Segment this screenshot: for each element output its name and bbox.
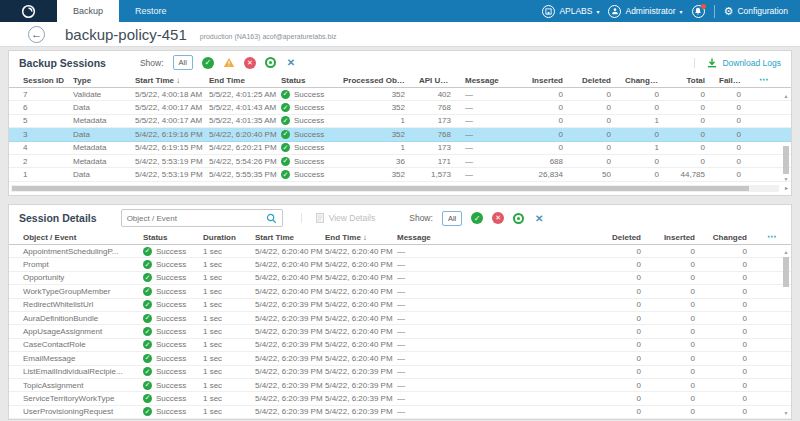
session-detail-row[interactable]: CaseContactRole ✓ Success 1 sec 5/4/22, …: [9, 339, 791, 352]
filter-cancelled-icon[interactable]: ✕: [533, 212, 545, 224]
filter-cancelled-icon[interactable]: ✕: [285, 57, 297, 69]
failed-cell: 0: [719, 90, 755, 99]
session-detail-row[interactable]: AppUsageAssignment ✓ Success 1 sec 5/4/2…: [9, 325, 791, 338]
app-logo[interactable]: [0, 0, 57, 22]
session-detail-row[interactable]: ListEmailIndividualRecipie... ✓ Success …: [9, 366, 791, 379]
object-event-cell: EmailMessage: [23, 354, 143, 363]
session-detail-row[interactable]: AuraDefinitionBundle ✓ Success 1 sec 5/4…: [9, 312, 791, 325]
org-selector[interactable]: APLABS ▾: [542, 5, 599, 18]
sessions-vertical-scrollbar[interactable]: ▲ ▼: [782, 93, 790, 182]
object-event-cell: WorkTypeGroupMember: [23, 287, 143, 296]
status-text: Success: [294, 130, 324, 139]
scroll-down-icon[interactable]: ▼: [784, 410, 789, 416]
status-cell: ✓ Success: [281, 170, 343, 179]
tab-restore[interactable]: Restore: [119, 0, 183, 22]
col-message[interactable]: Message: [397, 233, 601, 242]
type-cell: Metadata: [73, 116, 135, 125]
back-button[interactable]: ←: [28, 26, 45, 43]
col-object-event[interactable]: Object / Event: [23, 233, 143, 242]
backup-session-row[interactable]: 2 Metadata 5/4/22, 5:53:19 PM 5/4/22, 5:…: [9, 155, 791, 168]
session-detail-row[interactable]: ServiceTerritoryWorkType ✓ Success 1 sec…: [9, 392, 791, 405]
type-cell: Metadata: [73, 157, 135, 166]
session-detail-row[interactable]: Prompt ✓ Success 1 sec 5/4/22, 6:20:40 P…: [9, 258, 791, 271]
backup-session-row[interactable]: 6 Data 5/5/22, 4:00:17 AM 5/5/22, 4:01:4…: [9, 101, 791, 114]
col-duration[interactable]: Duration: [203, 233, 255, 242]
search-input[interactable]: [127, 214, 266, 223]
col-end-time[interactable]: End Time: [209, 76, 281, 85]
scroll-right-icon[interactable]: ▸: [785, 185, 788, 192]
col-inserted[interactable]: Inserted: [655, 233, 709, 242]
changed-cell: 0: [709, 340, 761, 349]
scroll-down-icon[interactable]: ▼: [784, 176, 789, 182]
filter-all-button[interactable]: All: [442, 211, 462, 226]
duration-cell: 1 sec: [203, 340, 255, 349]
topbar-divider: [714, 5, 715, 18]
backup-session-row[interactable]: 1 Data 5/4/22, 5:53:19 PM 5/4/22, 5:55:3…: [9, 168, 791, 181]
filter-error-icon[interactable]: ✕: [244, 57, 256, 69]
col-status[interactable]: Status: [143, 233, 203, 242]
backup-session-row[interactable]: 3 Data 5/4/22, 6:19:16 PM 5/4/22, 6:20:4…: [9, 128, 791, 141]
download-logs-button[interactable]: Download Logs: [694, 58, 781, 68]
message-cell: —: [397, 381, 601, 390]
status-text: Success: [156, 354, 186, 363]
session-detail-row[interactable]: WorkTypeGroupMember ✓ Success 1 sec 5/4/…: [9, 285, 791, 298]
session-detail-row[interactable]: TopicAssignment ✓ Success 1 sec 5/4/22, …: [9, 379, 791, 392]
status-cell: ✓ Success: [143, 381, 203, 390]
sessions-hscroll-thumb[interactable]: [12, 186, 749, 191]
filter-error-icon[interactable]: ✕: [492, 212, 504, 224]
col-start-time[interactable]: Start Time: [255, 233, 325, 242]
object-event-cell: TopicAssignment: [23, 381, 143, 390]
col-type[interactable]: Type: [73, 76, 135, 85]
col-total[interactable]: Total: [673, 76, 719, 85]
scroll-up-icon[interactable]: ▲: [784, 249, 789, 255]
success-icon: ✓: [281, 130, 290, 139]
col-failed[interactable]: Failed: [719, 76, 755, 85]
changed-cell: 0: [709, 354, 761, 363]
session-detail-row[interactable]: Opportunity ✓ Success 1 sec 5/4/22, 6:20…: [9, 272, 791, 285]
filter-running-icon[interactable]: [265, 57, 276, 68]
configuration-button[interactable]: ⚙ Configuration: [724, 6, 788, 17]
col-deleted[interactable]: Deleted: [577, 76, 625, 85]
details-vertical-scrollbar[interactable]: ▲ ▼: [782, 249, 790, 416]
start-time-cell: 5/4/22, 6:20:39 PM: [255, 354, 325, 363]
col-changed[interactable]: Changed: [625, 76, 673, 85]
scroll-up-icon[interactable]: ▲: [784, 93, 789, 99]
col-changed[interactable]: Changed: [709, 233, 761, 242]
policy-title-bar: ← backup-policy-451 production (NA163) a…: [0, 22, 800, 47]
col-session-id[interactable]: Session ID: [23, 76, 73, 85]
total-cell: 0: [673, 116, 719, 125]
user-menu[interactable]: Administrator ▾: [608, 5, 682, 18]
sessions-vscroll-thumb[interactable]: [783, 146, 789, 174]
backup-session-row[interactable]: 5 Metadata 5/5/22, 4:00:17 AM 5/5/22, 4:…: [9, 115, 791, 128]
col-end-time[interactable]: End Time↓: [325, 233, 397, 242]
status-cell: ✓ Success: [143, 354, 203, 363]
filter-all-button[interactable]: All: [173, 55, 193, 70]
sessions-horizontal-scrollbar[interactable]: [11, 185, 779, 192]
col-inserted[interactable]: Inserted: [517, 76, 577, 85]
api-usage-cell: 171: [419, 157, 465, 166]
details-vscroll-thumb[interactable]: [783, 257, 789, 287]
filter-success-icon[interactable]: ✓: [202, 57, 214, 69]
col-start-time[interactable]: Start Time↓: [135, 76, 209, 85]
tab-backup[interactable]: Backup: [57, 0, 119, 22]
start-time-cell: 5/4/22, 6:20:40 PM: [255, 287, 325, 296]
col-deleted[interactable]: Deleted: [601, 233, 655, 242]
col-message[interactable]: Message: [465, 76, 517, 85]
filter-warning-icon[interactable]: [223, 57, 235, 69]
filter-success-icon[interactable]: ✓: [471, 212, 483, 224]
col-api-usage[interactable]: API Usage: [419, 76, 465, 85]
view-details-button[interactable]: View Details: [301, 213, 376, 223]
backup-session-row[interactable]: 7 Validate 5/5/22, 4:00:18 AM 5/5/22, 4:…: [9, 88, 791, 101]
deleted-cell: 0: [601, 354, 655, 363]
col-status[interactable]: Status: [281, 76, 343, 85]
session-detail-row[interactable]: RedirectWhitelistUrl ✓ Success 1 sec 5/4…: [9, 299, 791, 312]
processed-objects-cell: 352: [343, 90, 419, 99]
session-detail-row[interactable]: EmailMessage ✓ Success 1 sec 5/4/22, 6:2…: [9, 352, 791, 365]
search-icon[interactable]: [266, 213, 277, 224]
notifications-button[interactable]: [692, 5, 705, 18]
session-detail-row[interactable]: UserProvisioningRequest ✓ Success 1 sec …: [9, 406, 791, 419]
filter-running-icon[interactable]: [513, 213, 524, 224]
session-detail-row[interactable]: AppointmentSchedulingP... ✓ Success 1 se…: [9, 245, 791, 258]
col-processed-objects[interactable]: Processed Objects: [343, 76, 419, 85]
backup-session-row[interactable]: 4 Metadata 5/4/22, 6:19:15 PM 5/4/22, 6:…: [9, 142, 791, 155]
